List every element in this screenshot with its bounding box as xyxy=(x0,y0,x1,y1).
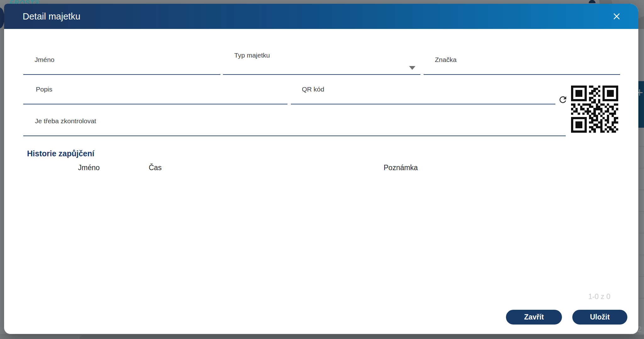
background-footer-panel xyxy=(80,335,644,339)
asset-type-field-container[interactable]: Typ majetku xyxy=(223,51,420,75)
background-row-line xyxy=(638,298,644,298)
history-column-time: Čas xyxy=(149,164,162,172)
history-section-heading: Historie zapůjčení xyxy=(27,149,94,158)
background-row-line xyxy=(638,255,644,255)
close-button[interactable] xyxy=(609,9,624,24)
background-icon-fragment xyxy=(589,0,596,3)
description-field-label: Popis xyxy=(36,86,53,93)
refresh-qr-button[interactable] xyxy=(557,94,569,106)
background-table-edge xyxy=(638,29,644,334)
background-row-line xyxy=(638,211,644,212)
dialog-title: Detail majetku xyxy=(23,4,80,29)
name-field-container: Jméno xyxy=(23,51,220,75)
history-column-name: Jméno xyxy=(78,164,100,172)
background-row-line xyxy=(638,276,644,277)
history-column-note: Poznámka xyxy=(384,164,418,172)
description-input[interactable] xyxy=(35,92,276,103)
asset-type-field-label: Typ majetku xyxy=(234,52,270,59)
close-dialog-button[interactable]: Zavřít xyxy=(506,310,562,325)
qr-field-container: QR kód xyxy=(291,81,555,104)
description-field-container: Popis xyxy=(23,81,287,104)
asset-detail-dialog: Detail majetku Jméno Typ majetku Značka … xyxy=(4,4,638,334)
tag-input[interactable] xyxy=(435,63,609,73)
tag-field-label: Značka xyxy=(435,56,457,64)
refresh-icon xyxy=(558,101,568,106)
background-row-line xyxy=(638,233,644,233)
close-icon xyxy=(612,18,622,22)
dialog-header: Detail majetku xyxy=(4,4,638,29)
pagination-label: 1-0 z 0 xyxy=(588,292,610,301)
chevron-down-icon[interactable] xyxy=(409,66,415,70)
save-button[interactable]: Uložit xyxy=(572,310,627,325)
background-row-line xyxy=(638,168,644,168)
background-row-line xyxy=(638,146,644,147)
name-field-label: Jméno xyxy=(35,56,54,64)
name-input[interactable] xyxy=(35,63,209,73)
tag-field-container: Značka xyxy=(424,51,620,75)
qr-input[interactable] xyxy=(302,92,544,103)
asset-type-select[interactable] xyxy=(234,63,409,73)
needs-check-input[interactable] xyxy=(35,124,554,134)
qr-field-label: QR kód xyxy=(302,86,324,93)
needs-check-field-container: Je třeba zkontrolovat xyxy=(23,112,566,136)
frost-logo-mark xyxy=(0,8,4,28)
needs-check-field-label: Je třeba zkontrolovat xyxy=(35,117,96,125)
qr-code-image xyxy=(571,86,618,133)
background-row-line xyxy=(638,190,644,190)
